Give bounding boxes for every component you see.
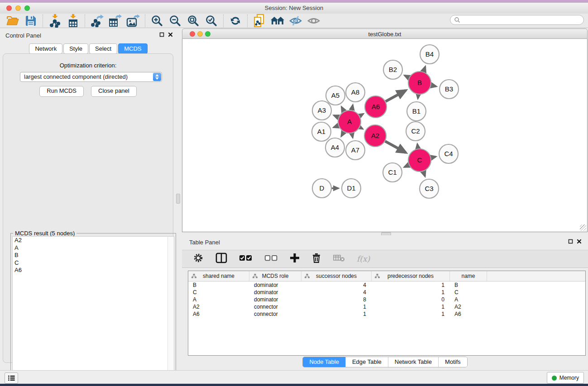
export-table-button[interactable] <box>106 14 124 28</box>
table-cell[interactable]: A <box>188 296 249 303</box>
table-cell[interactable]: dominator <box>249 282 301 288</box>
run-mcds-button[interactable]: Run MCDS <box>39 86 84 97</box>
delete-table-button[interactable] <box>333 253 345 264</box>
column-header-shared-name[interactable]: shared name <box>188 271 249 281</box>
network-graph[interactable]: B4B2BB3B1C2A5A8A3A6AA1A2A4A7CC4C1C3DD1 <box>182 39 587 231</box>
graph-node-B3[interactable]: B3 <box>440 80 459 99</box>
refresh-network-button[interactable] <box>226 14 244 28</box>
table-cell[interactable]: 4 <box>301 282 372 288</box>
apply-layout-button[interactable] <box>268 14 287 28</box>
tab-select[interactable]: Select <box>89 43 117 54</box>
graph-node-B2[interactable]: B2 <box>383 60 402 79</box>
table-cell[interactable]: 8 <box>301 296 372 303</box>
table-cell[interactable]: 1 <box>372 289 450 295</box>
graph-node-C4[interactable]: C4 <box>439 144 458 163</box>
export-network-button[interactable] <box>88 14 106 28</box>
save-session-button[interactable] <box>22 14 40 28</box>
mcds-result-item[interactable]: A6 <box>13 267 174 274</box>
zoom-in-button[interactable] <box>148 14 166 28</box>
table-cell[interactable]: A6 <box>450 311 487 317</box>
table-cell[interactable]: A2 <box>450 304 487 310</box>
table-cell[interactable]: A6 <box>188 311 249 317</box>
graph-node-B[interactable]: B <box>408 71 431 94</box>
table-row[interactable]: Adominator80A <box>188 296 585 303</box>
mcds-result-item[interactable]: B <box>13 252 174 259</box>
network-canvas[interactable]: B4B2BB3B1C2A5A8A3A6AA1A2A4A7CC4C1C3DD1 <box>182 39 588 232</box>
table-cell[interactable]: 1 <box>372 282 450 288</box>
graph-node-C3[interactable]: C3 <box>420 179 439 198</box>
select-all-button[interactable] <box>239 254 253 264</box>
table-row[interactable]: A6connector11A6 <box>188 310 585 318</box>
table-cell[interactable]: A <box>450 296 487 303</box>
hide-selected-button[interactable] <box>287 14 305 28</box>
zoom-out-button[interactable] <box>166 14 184 28</box>
tab-network-table[interactable]: Network Table <box>388 357 439 367</box>
graph-node-A4[interactable]: A4 <box>325 138 344 157</box>
table-row[interactable]: A2connector11A2 <box>188 303 585 310</box>
column-visibility-button[interactable] <box>215 253 227 265</box>
table-cell[interactable]: 1 <box>372 304 450 310</box>
table-cell[interactable]: A2 <box>188 304 249 310</box>
table-cell[interactable]: connector <box>249 311 301 317</box>
close-panel-button[interactable]: Close panel <box>91 86 137 97</box>
delete-column-button[interactable] <box>311 253 321 265</box>
table-cell[interactable]: C <box>188 289 249 295</box>
mcds-result-item[interactable]: A2 <box>13 237 174 244</box>
graph-node-A5[interactable]: A5 <box>326 86 345 105</box>
scrollbar[interactable] <box>167 237 174 385</box>
window-resize-grip[interactable] <box>580 224 586 231</box>
graph-node-D[interactable]: D <box>312 179 331 198</box>
zoom-fit-button[interactable] <box>184 14 202 28</box>
tab-node-table[interactable]: Node Table <box>303 357 346 367</box>
import-table-button[interactable] <box>64 14 82 28</box>
float-panel-icon[interactable] <box>159 32 164 37</box>
table-cell[interactable]: B <box>450 282 487 288</box>
global-search[interactable] <box>450 15 584 25</box>
deselect-all-button[interactable] <box>264 254 278 264</box>
tab-motifs[interactable]: Motifs <box>439 357 467 367</box>
tab-style[interactable]: Style <box>63 43 88 54</box>
table-row[interactable]: Cdominator41C <box>188 289 585 296</box>
table-cell[interactable]: 1 <box>301 311 372 317</box>
graph-node-C[interactable]: C <box>408 149 431 172</box>
tab-network[interactable]: Network <box>29 43 62 54</box>
graph-node-A[interactable]: A <box>338 110 361 133</box>
graph-node-A1[interactable]: A1 <box>312 122 331 141</box>
export-image-button[interactable] <box>124 14 142 28</box>
table-cell[interactable]: C <box>450 289 487 295</box>
graph-node-A8[interactable]: A8 <box>346 83 365 102</box>
tab-edge-table[interactable]: Edge Table <box>346 357 388 367</box>
show-all-button[interactable] <box>305 14 323 28</box>
memory-button[interactable]: Memory <box>547 372 584 384</box>
graph-node-A2[interactable]: A2 <box>364 125 386 147</box>
table-cell[interactable]: 0 <box>372 296 450 303</box>
column-header-MCDS-role[interactable]: MCDS role <box>249 271 301 281</box>
table-cell[interactable]: dominator <box>249 296 301 303</box>
mcds-result-item[interactable]: C <box>13 259 174 267</box>
table-cell[interactable]: dominator <box>249 289 301 295</box>
table-cell[interactable]: connector <box>249 304 301 310</box>
new-network-from-selection-button[interactable] <box>250 14 268 28</box>
graph-node-C1[interactable]: C1 <box>383 163 402 182</box>
graph-node-B4[interactable]: B4 <box>420 45 439 64</box>
vertical-splitter-handle[interactable] <box>176 194 180 204</box>
open-session-button[interactable] <box>4 14 22 28</box>
column-header-name[interactable]: name <box>450 271 487 281</box>
add-column-button[interactable] <box>290 253 300 265</box>
table-cell[interactable]: 4 <box>301 289 372 295</box>
float-panel-icon[interactable] <box>568 239 573 244</box>
tab-mcds[interactable]: MCDS <box>118 43 147 54</box>
table-cell[interactable]: B <box>188 282 249 288</box>
table-cell[interactable]: 1 <box>301 304 372 310</box>
table-settings-button[interactable] <box>193 253 204 265</box>
graph-node-C2[interactable]: C2 <box>406 122 425 141</box>
graph-node-B1[interactable]: B1 <box>407 102 426 121</box>
graph-node-A3[interactable]: A3 <box>312 101 331 120</box>
close-panel-icon[interactable] <box>168 32 173 37</box>
import-network-button[interactable] <box>46 14 64 28</box>
graph-node-A6[interactable]: A6 <box>365 96 387 118</box>
graph-node-D1[interactable]: D1 <box>342 179 361 198</box>
criterion-dropdown[interactable]: largest connected component (directed) <box>20 72 162 82</box>
close-panel-icon[interactable] <box>577 239 582 244</box>
graph-node-A7[interactable]: A7 <box>346 141 365 160</box>
